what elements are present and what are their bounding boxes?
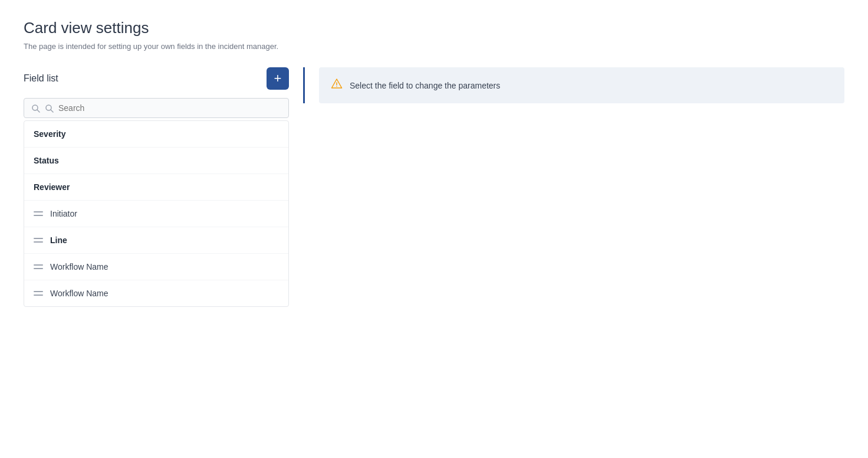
- field-item-severity[interactable]: Severity: [24, 121, 288, 148]
- field-list-items: SeverityStatusReviewerInitiatorLineWorkf…: [24, 120, 289, 307]
- page-container: Card view settings The page is intended …: [0, 0, 868, 326]
- field-list-label: Field list: [24, 73, 58, 84]
- field-item-label-workflow-name-1: Workflow Name: [50, 262, 108, 271]
- content-area: Field list + Se: [24, 67, 844, 307]
- warning-icon: [331, 78, 343, 93]
- svg-line-3: [51, 110, 53, 112]
- svg-point-5: [336, 86, 337, 87]
- info-banner: Select the field to change the parameter…: [319, 67, 844, 103]
- page-subtitle: The page is intended for setting up your…: [24, 42, 844, 51]
- field-item-workflow-name-2[interactable]: Workflow Name: [24, 280, 288, 306]
- field-item-initiator[interactable]: Initiator: [24, 201, 288, 227]
- field-item-line[interactable]: Line: [24, 227, 288, 254]
- field-item-label-status: Status: [34, 156, 59, 165]
- search-input[interactable]: [58, 103, 281, 113]
- field-item-workflow-name-1[interactable]: Workflow Name: [24, 254, 288, 280]
- search-icon-right: [45, 104, 54, 113]
- drag-handle-workflow-name-1[interactable]: [34, 264, 43, 269]
- field-item-label-initiator: Initiator: [50, 209, 77, 218]
- field-item-label-severity: Severity: [34, 129, 65, 139]
- search-box: [24, 98, 289, 118]
- field-item-status[interactable]: Status: [24, 148, 288, 174]
- svg-line-1: [37, 110, 40, 112]
- field-item-label-line: Line: [50, 235, 67, 245]
- info-message: Select the field to change the parameter…: [350, 81, 500, 90]
- field-item-reviewer[interactable]: Reviewer: [24, 174, 288, 201]
- field-list-header: Field list +: [24, 67, 289, 90]
- right-panel: Select the field to change the parameter…: [303, 67, 844, 103]
- add-field-button[interactable]: +: [267, 67, 289, 90]
- field-item-label-workflow-name-2: Workflow Name: [50, 289, 108, 298]
- drag-handle-workflow-name-2[interactable]: [34, 291, 43, 296]
- field-item-label-reviewer: Reviewer: [34, 182, 70, 192]
- drag-handle-line[interactable]: [34, 238, 43, 243]
- field-list-panel: Field list + Se: [24, 67, 289, 307]
- drag-handle-initiator[interactable]: [34, 211, 43, 216]
- page-title: Card view settings: [24, 19, 844, 37]
- search-icon-left: [31, 104, 40, 113]
